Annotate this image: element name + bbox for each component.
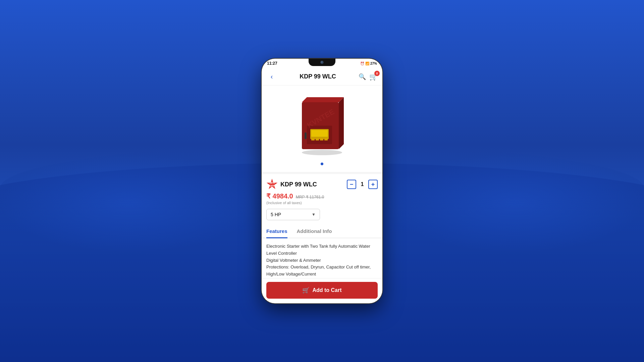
discount-off-label: OFF [270, 185, 274, 187]
svg-rect-9 [324, 138, 328, 140]
product-info-section: 58% OFF KDP 99 WLC − 1 + ₹ 4984. [262, 174, 382, 238]
front-camera [320, 61, 324, 64]
discount-badge: 58% OFF [266, 179, 278, 190]
svg-rect-8 [320, 138, 323, 140]
mrp-value: ₹ 11761.0 [306, 195, 324, 199]
quantity-increase-button[interactable]: + [368, 180, 378, 189]
search-icon: 🔍 [359, 73, 366, 80]
product-image: KVNTEE [288, 92, 356, 159]
price-mrp: MRP ₹ 11761.0 [296, 195, 324, 199]
top-navigation-bar: ‹ KDP 99 WLC 🔍 🛒 0 [262, 68, 382, 85]
back-button[interactable]: ‹ [266, 71, 277, 82]
product-name: KDP 99 WLC [280, 181, 317, 188]
chevron-down-icon: ▼ [312, 212, 316, 217]
svg-rect-6 [311, 138, 315, 140]
bottom-bar: 🛒 Add to Cart [262, 278, 382, 303]
minus-icon: − [350, 181, 354, 187]
quantity-decrease-button[interactable]: − [347, 180, 356, 189]
svg-rect-5 [311, 130, 328, 137]
plus-icon: + [371, 181, 375, 187]
product-image-svg: KVNTEE [295, 96, 349, 156]
dot-1 [321, 163, 323, 165]
product-image-area: KVNTEE [262, 85, 382, 172]
tab-additional-info[interactable]: Additional Info [297, 225, 332, 238]
notch [309, 59, 335, 66]
cart-add-icon: 🛒 [302, 287, 310, 294]
status-bar: 11:27 ⏰ 📶 27% [262, 59, 382, 68]
svg-marker-2 [339, 97, 344, 149]
battery-indicator: 27% [370, 62, 377, 65]
alarm-icon: ⏰ [360, 62, 364, 65]
quantity-controls: − 1 + [347, 180, 378, 189]
signal-bars: 📶 [365, 62, 369, 65]
quantity-value: 1 [359, 181, 366, 187]
variant-label: 5 HP [271, 212, 281, 217]
tab-features[interactable]: Features [266, 225, 287, 238]
product-header: 58% OFF KDP 99 WLC − 1 + [266, 179, 378, 190]
add-to-cart-label: Add to Cart [312, 287, 341, 293]
svg-rect-7 [316, 138, 319, 140]
phone-frame: 11:27 ⏰ 📶 27% ‹ KDP 99 WLC 🔍 🛒 0 [262, 59, 382, 303]
discount-percent: 58% [269, 182, 275, 185]
mrp-label: MRP [296, 195, 305, 199]
add-to-cart-button[interactable]: 🛒 Add to Cart [266, 282, 378, 299]
cart-badge: 0 [374, 71, 380, 76]
image-dots [321, 163, 323, 165]
page-title: KDP 99 WLC [280, 73, 355, 80]
features-section: Electronic Starter with Two Tank fully A… [262, 238, 382, 278]
search-button[interactable]: 🔍 [359, 73, 366, 80]
feature-line-3: Protections: Overload, Dryrun, Capacitor… [266, 264, 371, 277]
feature-line-2: Digital Voltmeter & Ammeter [266, 258, 321, 263]
water-splash-left [0, 153, 258, 253]
tab-features-label: Features [266, 228, 287, 234]
cart-button[interactable]: 🛒 0 [369, 73, 378, 81]
price-taxes: (Inclusive of all taxes) [266, 201, 378, 205]
price-row: ₹ 4984.0 MRP ₹ 11761.0 [266, 192, 378, 200]
svg-rect-10 [305, 132, 307, 139]
price-main: ₹ 4984.0 [266, 192, 293, 200]
svg-point-12 [302, 150, 342, 155]
status-right-icons: ⏰ 📶 27% [360, 62, 377, 65]
variant-dropdown[interactable]: 5 HP ▼ [266, 209, 320, 220]
product-name-row: 58% OFF KDP 99 WLC [266, 179, 317, 190]
features-text: Electronic Starter with Two Tank fully A… [266, 243, 378, 278]
top-actions: 🔍 🛒 0 [359, 73, 378, 81]
svg-marker-1 [302, 97, 344, 102]
tabs-row: Features Additional Info [262, 225, 382, 238]
status-time: 11:27 [267, 61, 277, 66]
feature-line-1: Electronic Starter with Two Tank fully A… [266, 244, 370, 256]
scroll-content[interactable]: KVNTEE 58% OFF KDP 99 WLC [262, 85, 382, 278]
tab-additional-info-label: Additional Info [297, 228, 332, 234]
back-arrow-icon: ‹ [271, 73, 273, 80]
water-splash-right [386, 153, 644, 253]
